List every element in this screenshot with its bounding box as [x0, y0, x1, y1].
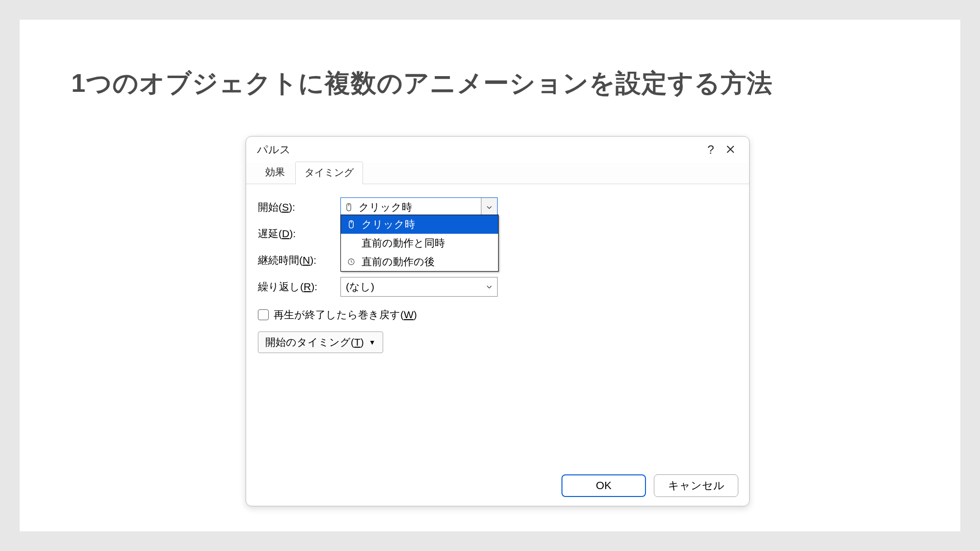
tab-timing[interactable]: タイミング — [295, 162, 363, 184]
trigger-timing-label: 開始のタイミング(T) — [265, 335, 364, 349]
label-delay: 遅延(D): — [258, 227, 340, 241]
clock-icon — [344, 257, 359, 266]
help-button[interactable]: ? — [701, 143, 721, 157]
checkbox-icon — [258, 309, 269, 320]
label-repeat: 繰り返し(R): — [258, 280, 340, 294]
chevron-down-icon — [486, 283, 493, 290]
dropdown-option-after-previous[interactable]: 直前の動作の後 — [341, 252, 498, 271]
ok-button[interactable]: OK — [561, 474, 646, 497]
dialog-titlebar: パルス ? — [246, 137, 749, 163]
dialog-footer: OK キャンセル — [561, 474, 738, 497]
trigger-timing-button[interactable]: 開始のタイミング(T) ▼ — [258, 331, 383, 353]
tab-strip: 効果 タイミング — [246, 163, 749, 184]
start-dropdown-list: クリック時 直前の動作と同時 直前の動作の後 — [340, 215, 499, 272]
page-title: 1つのオブジェクトに複数のアニメーションを設定する方法 — [71, 66, 773, 101]
dialog-title: パルス — [257, 142, 291, 157]
label-start: 開始(S): — [258, 200, 340, 214]
close-button[interactable] — [721, 143, 740, 157]
dialog-body: 開始(S): クリック時 遅延(D): — [246, 184, 749, 353]
start-combo[interactable]: クリック時 — [340, 197, 498, 217]
tab-effect[interactable]: 効果 — [256, 161, 294, 184]
chevron-down-icon — [486, 204, 493, 211]
dropdown-option-with-previous[interactable]: 直前の動作と同時 — [341, 234, 498, 252]
animation-timing-dialog: パルス ? 効果 タイミング 開始(S): ク — [246, 136, 750, 506]
mouse-click-icon — [341, 202, 357, 212]
repeat-combo[interactable]: (なし) — [340, 277, 498, 297]
cancel-button[interactable]: キャンセル — [654, 474, 738, 497]
rewind-label: 再生が終了したら巻き戻す(W) — [274, 308, 417, 322]
start-combo-text: クリック時 — [357, 200, 481, 214]
dropdown-option-click[interactable]: クリック時 — [341, 215, 498, 234]
menu-caret-icon: ▼ — [369, 339, 376, 346]
label-duration: 継続時間(N): — [258, 253, 340, 267]
repeat-combo-text: (なし) — [341, 280, 481, 294]
repeat-combo-arrow[interactable] — [481, 277, 497, 296]
slide-card: 1つのオブジェクトに複数のアニメーションを設定する方法 パルス ? 効果 タイミ… — [20, 20, 960, 531]
close-icon — [726, 145, 735, 154]
rewind-checkbox-row[interactable]: 再生が終了したら巻き戻す(W) — [258, 305, 737, 325]
start-combo-arrow[interactable] — [481, 198, 497, 217]
mouse-click-icon — [344, 220, 359, 229]
row-repeat: 繰り返し(R): (なし) — [258, 274, 737, 300]
